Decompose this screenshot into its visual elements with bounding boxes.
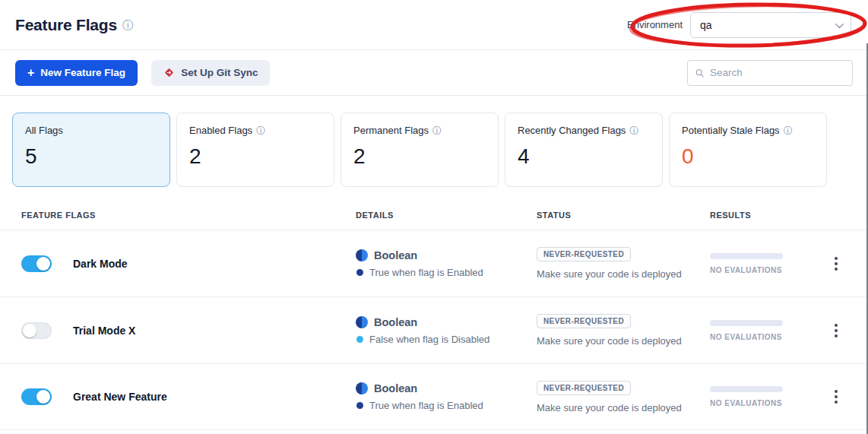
search-input[interactable]	[710, 67, 844, 78]
stat-card-recently-changed-flags[interactable]: Recently Changed Flags ⓘ 4	[505, 112, 663, 187]
title-info-icon[interactable]: ⓘ	[122, 20, 133, 30]
feature-flags-table: FEATURE FLAGS DETAILS STATUS RESULTS Dar…	[0, 201, 868, 430]
row-menu-kebab-icon[interactable]	[828, 385, 844, 408]
status-badge: NEVER-REQUESTED	[537, 247, 631, 261]
variation-dot	[356, 336, 363, 343]
flag-toggle[interactable]	[21, 322, 52, 339]
row-menu-kebab-icon[interactable]	[828, 252, 844, 275]
stat-value-permanent-flags: 2	[353, 144, 486, 169]
new-feature-flag-button[interactable]: + New Feature Flag	[15, 60, 138, 86]
column-header-details: DETAILS	[356, 211, 537, 220]
stat-cards: All Flags 5 Enabled Flags ⓘ 2 Permanent …	[0, 96, 868, 187]
variation-label: True when flag is Enabled	[369, 400, 483, 411]
variation-label: False when flag is Disabled	[369, 334, 489, 345]
toolbar: + New Feature Flag Set Up Git Sync	[0, 50, 868, 96]
boolean-type-icon	[356, 249, 368, 261]
column-header-results: RESULTS	[710, 211, 828, 220]
environment-selector: Environment qa	[627, 12, 851, 38]
stat-label: Enabled Flags	[189, 125, 252, 136]
status-badge: NEVER-REQUESTED	[537, 381, 631, 395]
stat-card-all-flags[interactable]: All Flags 5	[12, 112, 170, 187]
info-icon[interactable]: ⓘ	[629, 126, 638, 135]
status-text: Make sure your code is deployed	[537, 268, 682, 280]
stat-card-permanent-flags[interactable]: Permanent Flags ⓘ 2	[341, 112, 499, 187]
table-row: Trial Mode X Boolean False when flag is …	[0, 296, 868, 363]
flag-type-label: Boolean	[374, 382, 417, 394]
stat-card-potentially-stale-flags[interactable]: Potentially Stale Flags ⓘ 0	[669, 112, 827, 187]
boolean-type-icon	[356, 316, 368, 328]
stat-label: Potentially Stale Flags	[682, 125, 780, 136]
flag-type-label: Boolean	[374, 316, 417, 328]
search-box[interactable]	[687, 60, 853, 86]
evaluations-bar	[710, 386, 783, 392]
stat-value-all-flags: 5	[25, 144, 157, 169]
column-header-status: STATUS	[537, 211, 710, 220]
environment-dropdown[interactable]: qa	[690, 12, 851, 38]
status-text: Make sure your code is deployed	[537, 402, 682, 413]
flag-name-link[interactable]: Trial Mode X	[73, 325, 135, 337]
chevron-down-icon	[835, 19, 844, 27]
page-title: Feature Flags	[15, 16, 117, 34]
boolean-type-icon	[356, 382, 368, 394]
toggle-knob	[36, 390, 50, 404]
flag-name-link[interactable]: Dark Mode	[73, 258, 128, 270]
status-badge: NEVER-REQUESTED	[537, 314, 631, 328]
plus-icon: +	[27, 67, 34, 79]
info-icon[interactable]: ⓘ	[784, 126, 793, 135]
table-row: Great New Feature Boolean True when flag…	[0, 363, 868, 430]
toggle-knob	[23, 324, 36, 337]
info-icon[interactable]: ⓘ	[432, 126, 442, 135]
table-row: Dark Mode Boolean True when flag is Enab…	[0, 230, 868, 296]
info-icon[interactable]: ⓘ	[256, 126, 265, 135]
status-text: Make sure your code is deployed	[537, 335, 682, 347]
stat-card-enabled-flags[interactable]: Enabled Flags ⓘ 2	[176, 112, 334, 187]
flag-name-link[interactable]: Great New Feature	[73, 391, 167, 403]
evaluations-label: NO EVALUATIONS	[710, 399, 828, 407]
stat-label: All Flags	[25, 125, 63, 136]
page-header: Feature Flags ⓘ Environment qa	[0, 0, 868, 50]
setup-git-sync-button[interactable]: Set Up Git Sync	[151, 60, 270, 86]
new-feature-flag-label: New Feature Flag	[40, 67, 125, 78]
environment-label: Environment	[627, 19, 683, 30]
search-icon	[695, 68, 704, 78]
variation-dot	[356, 269, 363, 276]
variation-dot	[356, 402, 363, 409]
git-sync-icon	[163, 67, 175, 78]
evaluations-bar	[710, 253, 783, 259]
evaluations-label: NO EVALUATIONS	[710, 266, 828, 274]
stat-value-stale: 0	[682, 144, 814, 169]
stat-value-enabled-flags: 2	[189, 144, 322, 169]
stat-label: Recently Changed Flags	[518, 125, 626, 136]
environment-value: qa	[700, 19, 712, 31]
column-header-feature-flags: FEATURE FLAGS	[21, 211, 356, 220]
table-header-row: FEATURE FLAGS DETAILS STATUS RESULTS	[0, 201, 868, 230]
row-menu-kebab-icon[interactable]	[828, 319, 844, 342]
evaluations-bar	[710, 320, 783, 326]
flag-toggle[interactable]	[21, 388, 52, 405]
stat-label: Permanent Flags	[353, 125, 429, 136]
stat-value-recently-changed-flags: 4	[518, 144, 650, 169]
evaluations-label: NO EVALUATIONS	[710, 333, 828, 341]
variation-label: True when flag is Enabled	[369, 267, 483, 278]
flag-toggle[interactable]	[21, 255, 52, 272]
setup-git-sync-label: Set Up Git Sync	[181, 67, 258, 78]
toggle-knob	[36, 257, 50, 271]
flag-type-label: Boolean	[374, 249, 417, 261]
